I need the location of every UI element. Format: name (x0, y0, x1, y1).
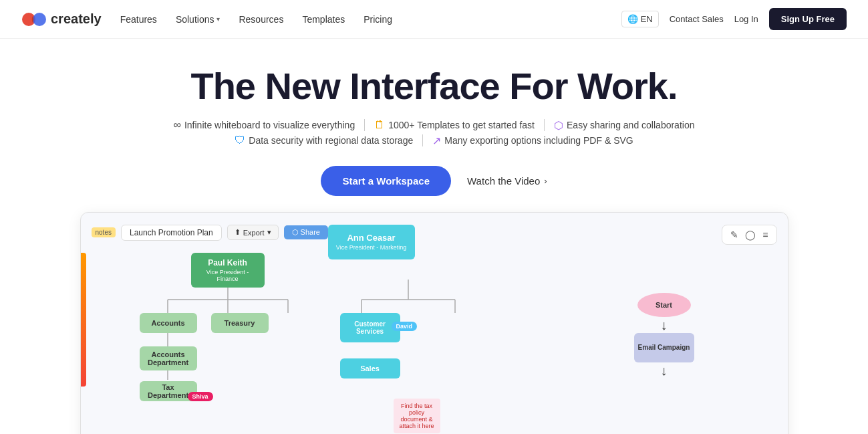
hero-section: The New Interface For Work. ∞ Infinite w… (0, 39, 868, 434)
nav-pricing[interactable]: Pricing (364, 14, 392, 25)
solutions-chevron: ▾ (216, 15, 220, 23)
contact-sales-link[interactable]: Contact Sales (670, 14, 724, 24)
templates-icon: 🗒 (374, 119, 385, 131)
infinite-icon: ∞ (174, 119, 181, 131)
shield-icon: 🛡 (235, 134, 245, 146)
logo[interactable]: creately (21, 11, 102, 27)
hero-features-row2: 🛡 Data security with regional data stora… (13, 134, 855, 147)
feature-export: ↗ Many exporting options including PDF &… (423, 134, 642, 147)
nav-solutions[interactable]: Solutions ▾ (176, 14, 221, 25)
notes-tag: notes (92, 227, 116, 237)
hero-headline: The New Interface For Work. (13, 66, 855, 107)
navbar: creately Features Solutions ▾ Resources … (0, 0, 868, 39)
orange-accent (81, 253, 86, 387)
doc-title-bar[interactable]: Launch Promotion Plan (121, 225, 222, 241)
svg-point-1 (33, 13, 46, 26)
hero-cta: Start a Workspace Watch the Video › (13, 166, 855, 196)
start-workspace-button[interactable]: Start a Workspace (321, 166, 451, 196)
settings-icon[interactable]: ≡ (762, 229, 768, 240)
feature-sharing: ⬡ Easy sharing and collaboration (545, 119, 704, 132)
sales-box: Sales (340, 358, 400, 378)
export-icon: ↗ (432, 134, 441, 147)
flow-arrow-2: ↓ (634, 364, 694, 377)
shiva-badge: Shiva (188, 392, 213, 401)
share-grid-icon: ⬡ (292, 228, 299, 236)
nav-resources[interactable]: Resources (239, 14, 283, 25)
accounts-dept-box: Accounts Department (140, 346, 197, 370)
customer-services-box: Customer Services (340, 313, 400, 342)
canvas-toolbar: notes Launch Promotion Plan ⬆ Export ▾ ⬡… (92, 225, 328, 241)
watch-video-link[interactable]: Watch the Video › (467, 175, 547, 187)
share-icon: ⬡ (554, 119, 563, 132)
export-up-icon: ⬆ (235, 228, 241, 237)
nav-templates[interactable]: Templates (302, 14, 345, 25)
accounts-box: Accounts (140, 313, 197, 333)
sticky-note: Find the tax policy document & attach it… (394, 399, 440, 433)
logo-icon (21, 12, 47, 27)
export-chevron-icon: ▾ (267, 228, 271, 237)
canvas-preview: notes Launch Promotion Plan ⬆ Export ▾ ⬡… (80, 212, 788, 434)
signup-button[interactable]: Sign Up Free (769, 8, 847, 30)
login-link[interactable]: Log In (734, 14, 758, 24)
share-button[interactable]: ⬡ Share (284, 225, 328, 239)
video-chevron-icon: › (544, 176, 547, 186)
feature-security: 🛡 Data security with regional data stora… (225, 134, 423, 146)
treasury-box: Treasury (211, 313, 269, 333)
david-badge: David (392, 322, 418, 331)
hero-features-row1: ∞ Infinite whiteboard to visualize every… (13, 119, 855, 132)
logo-text: creately (51, 11, 102, 27)
paul-keith-box: Paul Keith Vice President - Finance (191, 253, 265, 288)
canvas-right-icons: ✎ ◯ ≡ (722, 225, 776, 245)
flow-start: Start ↓ Email Campaign ↓ (634, 293, 694, 378)
edit-icon[interactable]: ✎ (730, 229, 738, 240)
ann-ceasar-box: Ann Ceasar Vice President - Marketing (328, 225, 415, 259)
feature-whiteboard: ∞ Infinite whiteboard to visualize every… (164, 119, 366, 131)
flow-arrow-1: ↓ (634, 318, 694, 332)
globe-icon: 🌐 (627, 14, 638, 24)
feature-templates: 🗒 1000+ Templates to get started fast (365, 119, 545, 131)
export-button[interactable]: ⬆ Export ▾ (227, 225, 279, 240)
email-campaign-box: Email Campaign (634, 333, 694, 362)
comment-icon[interactable]: ◯ (745, 229, 756, 240)
language-selector[interactable]: 🌐 EN (621, 11, 659, 27)
nav-features[interactable]: Features (120, 14, 157, 25)
